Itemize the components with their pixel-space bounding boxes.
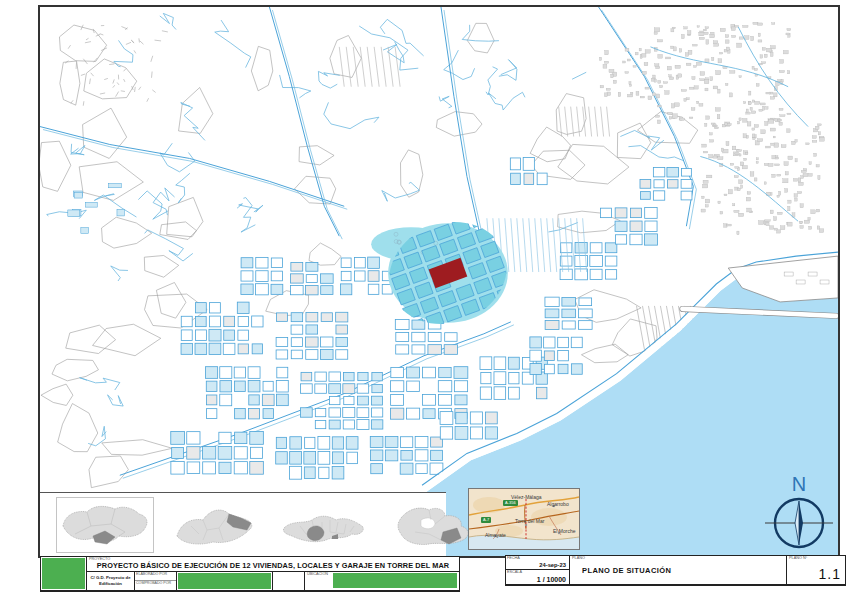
label-almayate: Almayate: [485, 533, 506, 538]
minimap-axarquia: [276, 498, 372, 552]
label-algarrobo: Algarrobo: [547, 502, 569, 507]
road-badge-a356: A-356: [503, 500, 518, 506]
title-block-row2: C/ G.D. Proyecto de Edificación ELABORAD…: [87, 572, 459, 590]
ubicacion-label: UBICACIÓN: [307, 573, 328, 577]
plan-sheet: Vélez-Málaga Algarrobo Torre del Mar El …: [0, 0, 848, 600]
location-redacted: [333, 573, 457, 588]
date-row: FECHA 24-sep-23: [506, 556, 569, 570]
title-block-right: FECHA 24-sep-23 ESCALA 1 / 10000 PLANO P…: [505, 555, 846, 586]
plano-num-label: PLANO Nº: [789, 557, 807, 561]
author-cell: [177, 572, 273, 590]
situation-map: [40, 7, 838, 556]
escala-label: ESCALA: [507, 571, 522, 575]
fecha-value: 24-sep-23: [539, 562, 566, 568]
title-block-left: PROYECTO PROYECTO BÁSICO DE EJECUCIÓN DE…: [40, 556, 460, 592]
plano-value: PLANO DE SITUACIÓN: [582, 566, 671, 575]
location-cell: UBICACIÓN: [305, 572, 459, 590]
firm-name: C/ G.D. Proyecto de Edificación: [87, 572, 135, 590]
fecha-label: FECHA: [507, 557, 520, 561]
plano-label: PLANO: [572, 557, 585, 561]
plano-num-value: 1.1: [819, 566, 841, 582]
plan-number-cell: PLANO Nº 1.1: [787, 556, 845, 584]
road-map-inset: Vélez-Málaga Algarrobo Torre del Mar El …: [468, 488, 580, 550]
project-title-row: PROYECTO PROYECTO BÁSICO DE EJECUCIÓN DE…: [87, 557, 459, 572]
label-el-morche: El Morche: [553, 529, 576, 534]
north-label: N: [763, 474, 835, 494]
map-frame: [38, 5, 840, 558]
author-labels: ELABORADO POR COMPROBADO POR: [135, 572, 177, 590]
elaborado-label: ELABORADO POR: [135, 572, 176, 581]
compass-rose: N: [763, 474, 835, 554]
minimap-malaga-province: [167, 498, 263, 552]
compass-icon: [763, 494, 835, 552]
label-torre-del-mar: Torre del Mar: [515, 519, 544, 524]
logo-cell: [41, 557, 87, 590]
location-minimap-strip: [40, 492, 446, 556]
minimap-andalucia: [56, 497, 154, 553]
escala-value: 1 / 10000: [537, 576, 566, 583]
author-redacted: [178, 573, 271, 589]
minimap-velez-malaga: [385, 498, 481, 552]
scale-row: ESCALA 1 / 10000: [506, 570, 569, 584]
project-title: PROYECTO BÁSICO DE EJECUCIÓN DE 12 VIVIE…: [87, 561, 459, 570]
meta-column: FECHA 24-sep-23 ESCALA 1 / 10000: [506, 556, 570, 584]
logo-redacted: [42, 558, 85, 589]
road-badge-a7: A-7: [481, 517, 491, 523]
spacer-cell: [273, 572, 305, 590]
plan-name-cell: PLANO PLANO DE SITUACIÓN: [570, 556, 787, 584]
comprobado-label: COMPROBADO POR: [135, 581, 176, 590]
